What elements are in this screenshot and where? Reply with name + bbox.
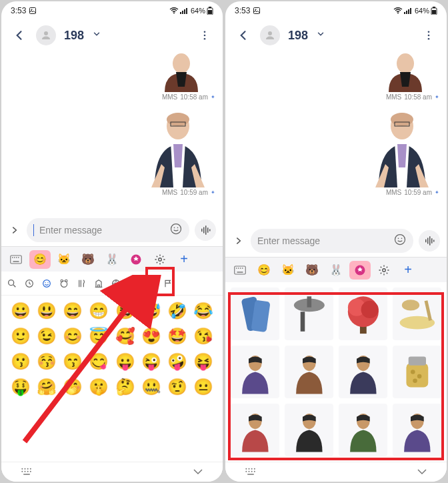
emoji-cell[interactable]: 😜 xyxy=(139,350,163,373)
collapse-keyboard-icon[interactable] xyxy=(192,466,204,478)
svg-rect-77 xyxy=(425,239,427,243)
keyboard-switch-icon[interactable] xyxy=(20,466,33,478)
symbols-category[interactable]: !? xyxy=(145,278,156,289)
sent-sticker-1[interactable] xyxy=(372,53,439,92)
add-tab[interactable]: + xyxy=(173,250,195,269)
custom-sticker[interactable] xyxy=(231,404,279,456)
rabbit-tab[interactable]: 🐰 xyxy=(101,250,123,269)
smileys-category[interactable] xyxy=(41,278,52,289)
bear-tab[interactable]: 🐻 xyxy=(77,250,99,269)
add-tab[interactable]: + xyxy=(397,261,419,280)
sent-sticker-1[interactable] xyxy=(148,53,215,92)
back-button[interactable] xyxy=(8,24,31,47)
svg-rect-82 xyxy=(235,266,246,274)
recent-category[interactable] xyxy=(24,278,35,289)
custom-sticker[interactable] xyxy=(393,404,441,456)
gallery-sticker-tab[interactable] xyxy=(125,250,147,269)
contact-name[interactable]: 198 xyxy=(64,29,84,43)
emoji-cell[interactable]: 🤔 xyxy=(113,376,137,398)
custom-sticker[interactable] xyxy=(285,404,333,456)
emoji-cell[interactable]: 😙 xyxy=(61,350,85,373)
flags-category[interactable] xyxy=(163,278,173,289)
objects-category[interactable] xyxy=(128,278,139,289)
custom-sticker[interactable] xyxy=(285,288,333,340)
back-button[interactable] xyxy=(232,24,255,47)
expand-button[interactable] xyxy=(8,225,21,235)
emoji-cell[interactable]: 😍 xyxy=(139,325,163,348)
svg-point-68 xyxy=(428,35,430,37)
collapse-keyboard-icon[interactable] xyxy=(416,466,428,478)
emoji-cell[interactable]: 😀 xyxy=(8,300,33,322)
voice-button[interactable] xyxy=(419,230,440,252)
emoji-cell[interactable]: 😇 xyxy=(87,325,111,348)
emoji-tab[interactable]: 😊 xyxy=(29,250,51,269)
emoji-cell[interactable]: 🥰 xyxy=(113,325,137,348)
emoji-tab[interactable]: 😊 xyxy=(253,261,275,280)
activity-category[interactable] xyxy=(111,278,121,289)
keyboard-switch-icon[interactable] xyxy=(244,466,257,478)
emoji-cell[interactable]: 🤭 xyxy=(61,376,85,398)
emoji-cell[interactable]: 😂 xyxy=(191,300,216,322)
emoji-cell[interactable]: 😛 xyxy=(113,350,137,373)
keyboard-toggle-icon[interactable] xyxy=(5,250,27,269)
food-category[interactable] xyxy=(76,278,87,289)
custom-sticker[interactable] xyxy=(231,288,279,340)
custom-sticker[interactable] xyxy=(231,346,279,398)
emoji-cell[interactable]: 🤑 xyxy=(8,376,33,398)
keyboard-toggle-icon[interactable] xyxy=(229,261,251,280)
emoji-picker-button[interactable] xyxy=(169,222,183,238)
gallery-sticker-tab[interactable] xyxy=(349,261,371,280)
emoji-cell[interactable]: 😘 xyxy=(191,325,216,348)
custom-sticker[interactable] xyxy=(393,346,441,398)
bear-tab[interactable]: 🐻 xyxy=(301,261,323,280)
custom-sticker[interactable] xyxy=(339,404,387,456)
rabbit-tab[interactable]: 🐰 xyxy=(325,261,347,280)
emoji-cell[interactable]: 😉 xyxy=(34,325,59,348)
chevron-down-icon[interactable] xyxy=(92,29,101,41)
emoji-cell[interactable]: 🤐 xyxy=(139,376,163,398)
emoji-cell[interactable]: 😅 xyxy=(139,300,163,322)
emoji-cell[interactable]: 🤪 xyxy=(165,350,190,373)
message-input[interactable]: Enter message xyxy=(251,229,413,253)
emoji-cell[interactable]: 😁 xyxy=(87,300,111,322)
avatar[interactable] xyxy=(260,25,280,45)
cat-tab[interactable]: 🐱 xyxy=(53,250,75,269)
message-input[interactable]: Enter message xyxy=(27,218,189,242)
emoji-cell[interactable]: 😆 xyxy=(113,300,137,322)
animals-category[interactable] xyxy=(59,278,69,289)
emoji-cell[interactable]: 😊 xyxy=(61,325,85,348)
emoji-cell[interactable]: 😃 xyxy=(34,300,59,322)
sent-sticker-2[interactable] xyxy=(141,107,215,187)
custom-sticker[interactable] xyxy=(339,288,387,340)
emoji-cell[interactable]: 😄 xyxy=(61,300,85,322)
avatar[interactable] xyxy=(36,25,56,45)
settings-tab[interactable] xyxy=(149,250,171,269)
more-button[interactable] xyxy=(193,24,216,47)
travel-category[interactable] xyxy=(93,278,104,289)
sent-sticker-2[interactable] xyxy=(365,107,439,187)
emoji-cell[interactable]: 😋 xyxy=(87,350,111,373)
emoji-cell[interactable]: 😚 xyxy=(34,350,59,373)
chat-header: 198 xyxy=(1,20,223,51)
chevron-down-icon[interactable] xyxy=(316,29,325,41)
emoji-cell[interactable]: 🤫 xyxy=(87,376,111,398)
expand-button[interactable] xyxy=(232,236,245,246)
emoji-cell[interactable]: 😗 xyxy=(8,350,33,373)
settings-tab[interactable] xyxy=(373,261,395,280)
emoji-cell[interactable]: 🤣 xyxy=(165,300,190,322)
emoji-cell[interactable]: 😐 xyxy=(191,376,216,398)
cat-tab[interactable]: 🐱 xyxy=(277,261,299,280)
voice-button[interactable] xyxy=(195,219,216,241)
emoji-picker-button[interactable] xyxy=(393,233,407,249)
emoji-cell[interactable]: 🤨 xyxy=(165,376,190,398)
emoji-cell[interactable]: 🙂 xyxy=(8,325,33,348)
custom-sticker[interactable] xyxy=(393,288,441,340)
custom-sticker[interactable] xyxy=(285,346,333,398)
search-category[interactable] xyxy=(7,278,17,289)
contact-name[interactable]: 198 xyxy=(288,29,308,43)
more-button[interactable] xyxy=(417,24,440,47)
emoji-cell[interactable]: 🤩 xyxy=(165,325,190,348)
emoji-cell[interactable]: 😝 xyxy=(191,350,216,373)
emoji-cell[interactable]: 🤗 xyxy=(34,376,59,398)
custom-sticker[interactable] xyxy=(339,346,387,398)
